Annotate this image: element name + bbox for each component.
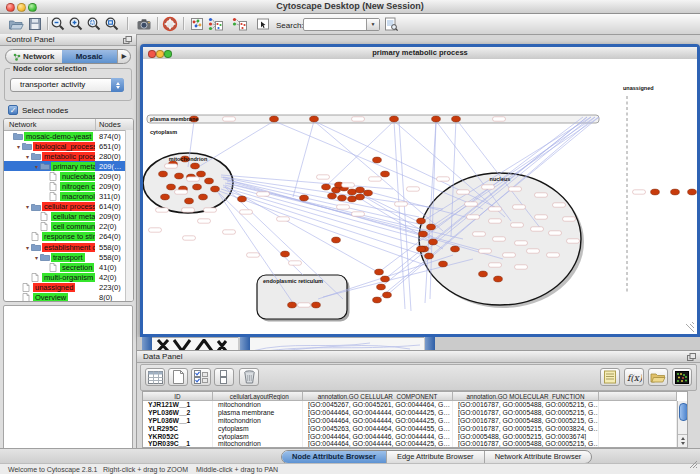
network-edge[interactable] [217, 191, 293, 303]
network-node[interactable] [417, 218, 426, 224]
network-node[interactable] [429, 239, 438, 245]
formula-fx-icon[interactable]: f(x) [624, 368, 644, 386]
network-node[interactable] [494, 276, 503, 282]
table-row[interactable]: YPL036W__2plasma membrane[GO:0044464, GO… [143, 409, 687, 417]
tab-overflow-arrow[interactable]: ▶ [117, 50, 130, 63]
tree-row[interactable]: ▾establishment of lo558(0) [4, 242, 133, 252]
scrollbar-thumb[interactable] [679, 403, 688, 421]
network-node[interactable] [375, 269, 384, 275]
attribute-spreadsheet-icon[interactable] [145, 368, 165, 386]
network-node[interactable] [191, 163, 200, 169]
zoom-in-icon[interactable] [68, 16, 85, 32]
window-resize-grip[interactable] [689, 455, 698, 473]
network-node[interactable] [167, 184, 176, 190]
table-scrollbar[interactable] [677, 401, 687, 447]
compartment-plasma-membrane[interactable] [147, 115, 599, 123]
tab-edge-attribute-browser[interactable]: Edge Attribute Browser [386, 451, 484, 463]
tree-row[interactable]: cell communicat22(0) [4, 222, 133, 232]
network-node[interactable] [432, 116, 441, 122]
network-node[interactable] [159, 171, 168, 177]
network-node[interactable] [161, 194, 170, 200]
tree-row[interactable]: Overview8(0) [4, 293, 133, 303]
open-file-icon[interactable] [8, 16, 25, 32]
disclosure-arrow-icon[interactable]: ▾ [24, 153, 31, 160]
tree-col-nodes[interactable]: Nodes [96, 119, 133, 130]
table-column-header[interactable]: ID [143, 392, 213, 401]
background-window-edge[interactable] [240, 337, 250, 350]
attribute-matrix-icon[interactable] [672, 368, 692, 386]
network-node[interactable] [281, 251, 290, 257]
background-overview-window[interactable] [152, 337, 238, 351]
load-attributes-folder-icon[interactable] [648, 368, 668, 386]
vizmapper-alt-icon[interactable] [231, 16, 248, 32]
tree-row[interactable]: ▾cellular process614(0) [4, 202, 133, 212]
network-node[interactable] [439, 261, 448, 267]
tree-col-network[interactable]: Network [4, 119, 96, 130]
help-lifesaver-icon[interactable] [162, 16, 179, 32]
network-node[interactable] [197, 171, 206, 177]
disclosure-arrow-icon[interactable]: ▾ [33, 254, 40, 261]
canvas-resize-grip[interactable] [686, 322, 694, 332]
network-canvas[interactable]: plasma membranecytoplasmmitochondrionnuc… [143, 59, 697, 334]
network-overview-icon[interactable] [189, 16, 206, 32]
network-node[interactable] [199, 194, 208, 200]
network-node[interactable] [175, 173, 184, 179]
tab-mosaic[interactable]: Mosaic [62, 50, 118, 63]
network-node[interactable] [185, 198, 194, 204]
table-row[interactable]: YLR295Ccytoplasm[GO:0045263, GO:0044464,… [143, 425, 687, 433]
table-column-header[interactable]: annotation.GO CELLULAR_COMPONENT [303, 392, 453, 401]
network-edge[interactable] [293, 121, 314, 197]
tree-row[interactable]: macromolecule311(0) [4, 192, 133, 202]
zoom-selected-region-icon[interactable] [86, 16, 103, 32]
tab-network[interactable]: Network [6, 50, 62, 63]
select-nodes-checkbox[interactable]: ✓ [8, 105, 18, 115]
network-node[interactable] [383, 292, 392, 298]
table-row[interactable]: YDR039C__1mitochondrion[GO:0044464, GO:0… [143, 440, 687, 448]
network-node[interactable] [377, 284, 386, 290]
network-node[interactable] [211, 186, 220, 192]
tree-row[interactable]: ▾primary metabo209(… [4, 161, 133, 171]
tree-row[interactable]: unassigned223(0) [4, 282, 133, 292]
network-node[interactable] [322, 184, 331, 190]
network-node[interactable] [288, 302, 297, 308]
network-node[interactable] [373, 297, 382, 303]
network-node[interactable] [417, 246, 426, 252]
network-node[interactable] [651, 189, 660, 195]
select-attributes-icon[interactable] [191, 368, 211, 386]
network-node[interactable] [479, 271, 488, 277]
network-node[interactable] [390, 116, 399, 122]
disclosure-arrow-icon[interactable]: ▾ [24, 244, 31, 251]
background-network-window[interactable] [250, 337, 424, 351]
network-node[interactable] [312, 302, 321, 308]
network-node[interactable] [452, 116, 461, 122]
view-minimize-button[interactable] [156, 50, 164, 58]
view-zoom-button[interactable] [164, 50, 172, 58]
network-node[interactable] [348, 196, 357, 202]
network-node[interactable] [381, 276, 390, 282]
new-attribute-icon[interactable] [168, 368, 188, 386]
network-node[interactable] [373, 157, 382, 163]
network-node[interactable] [427, 224, 436, 230]
network-node[interactable] [381, 171, 390, 177]
search-input[interactable]: ▼ [303, 18, 380, 31]
network-node[interactable] [328, 193, 337, 199]
tree-row[interactable]: response to stimulu264(0) [4, 232, 133, 242]
annotation-icon[interactable] [255, 16, 272, 32]
disclosure-arrow-icon[interactable]: ▾ [15, 143, 22, 150]
network-node[interactable] [310, 116, 319, 122]
network-node[interactable] [451, 246, 460, 252]
network-node[interactable] [338, 195, 347, 201]
tree-row[interactable]: ▾metabolic process280(0) [4, 151, 133, 161]
disclosure-arrow-icon[interactable]: ▾ [33, 163, 40, 170]
tree-row[interactable]: ▾transport558(0) [4, 252, 133, 262]
network-node[interactable] [270, 116, 279, 122]
vizmapper-icon[interactable] [207, 16, 224, 32]
network-node[interactable] [356, 187, 365, 193]
network-node[interactable] [356, 194, 365, 200]
zoom-fit-icon[interactable] [104, 16, 121, 32]
network-edge[interactable] [399, 121, 411, 311]
table-row[interactable]: YJR121W__1mitochondrion[GO:0045267, GO:0… [143, 401, 687, 409]
table-column-header[interactable] [599, 392, 677, 401]
float-panel-icon[interactable] [123, 36, 132, 48]
network-node[interactable] [364, 190, 373, 196]
